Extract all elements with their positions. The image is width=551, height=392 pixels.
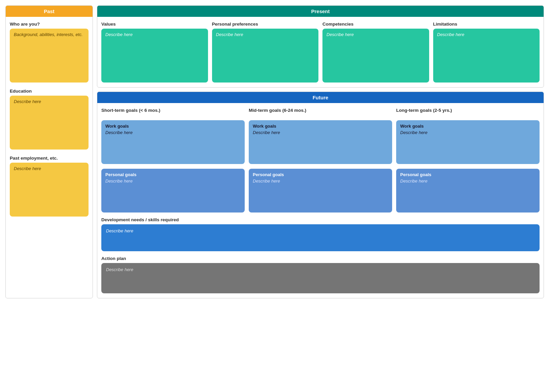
present-col-limitations-label: Limitations <box>433 22 540 27</box>
present-col-limitations: Limitations Describe here <box>433 22 540 83</box>
present-col-competencies: Competencies Describe here <box>322 22 429 83</box>
past-card-education[interactable]: Describe here <box>10 96 89 150</box>
present-section: Present Values Describe here Personal pr… <box>97 5 544 88</box>
work-card-mid[interactable]: Work goals Describe here <box>249 120 392 164</box>
past-section-who-label: Who are you? <box>10 22 89 27</box>
present-col-values: Values Describe here <box>101 22 208 83</box>
personal-card-short[interactable]: Personal goals Describe here <box>101 169 245 213</box>
past-body: Who are you? Background, abilities, inte… <box>6 17 93 221</box>
past-section-employment: Past employment, etc. Describe here <box>10 156 89 217</box>
personal-card-long[interactable]: Personal goals Describe here <box>396 169 540 213</box>
personal-card-long-title: Personal goals <box>400 172 536 177</box>
past-section-employment-label: Past employment, etc. <box>10 156 89 161</box>
past-section-education: Education Describe here <box>10 89 89 150</box>
past-card-employment[interactable]: Describe here <box>10 163 89 217</box>
present-card-limitations[interactable]: Describe here <box>433 29 540 83</box>
personal-card-short-title: Personal goals <box>105 172 241 177</box>
present-body: Values Describe here Personal preference… <box>97 17 544 87</box>
goals-col-long-label: Long-term goals (2-5 yrs.) <box>396 108 540 113</box>
personal-card-mid-desc: Describe here <box>253 178 388 184</box>
page-wrapper: Past Who are you? Background, abilities,… <box>5 5 544 298</box>
personal-card-mid[interactable]: Personal goals Describe here <box>249 169 392 213</box>
personal-goals-row: Personal goals Describe here Personal go… <box>101 169 540 213</box>
dev-needs-label: Development needs / skills required <box>101 217 540 222</box>
work-goals-row: Work goals Describe here Work goals Desc… <box>101 120 540 164</box>
personal-card-long-desc: Describe here <box>400 178 536 184</box>
dev-needs-section: Development needs / skills required Desc… <box>101 217 540 251</box>
past-section-who: Who are you? Background, abilities, inte… <box>10 22 89 83</box>
present-card-values[interactable]: Describe here <box>101 29 208 83</box>
future-body: Short-term goals (< 6 mos.) Mid-term goa… <box>97 103 544 298</box>
past-panel: Past Who are you? Background, abilities,… <box>5 5 93 298</box>
action-plan-section: Action plan Describe here <box>101 256 540 293</box>
present-col-competencies-label: Competencies <box>322 22 429 27</box>
future-section: Future Short-term goals (< 6 mos.) Mid-t… <box>97 92 544 298</box>
work-card-long[interactable]: Work goals Describe here <box>396 120 540 164</box>
present-card-preferences[interactable]: Describe here <box>212 29 319 83</box>
present-col-values-label: Values <box>101 22 208 27</box>
past-card-who[interactable]: Background, abilities, interests, etc. <box>10 29 89 83</box>
present-col-preferences: Personal preferences Describe here <box>212 22 319 83</box>
right-panel: Present Values Describe here Personal pr… <box>97 5 544 298</box>
past-header: Past <box>6 6 93 17</box>
action-plan-label: Action plan <box>101 256 540 261</box>
work-card-mid-title: Work goals <box>253 124 388 129</box>
future-header: Future <box>97 92 544 103</box>
work-card-short[interactable]: Work goals Describe here <box>101 120 245 164</box>
goals-col-mid-label: Mid-term goals (6-24 mos.) <box>249 108 392 113</box>
goals-col-short-label: Short-term goals (< 6 mos.) <box>101 108 245 113</box>
work-card-long-desc: Describe here <box>400 130 536 135</box>
past-section-education-label: Education <box>10 89 89 94</box>
dev-needs-card[interactable]: Describe here <box>101 224 540 251</box>
personal-card-mid-title: Personal goals <box>253 172 388 177</box>
work-card-mid-desc: Describe here <box>253 130 388 135</box>
work-card-short-desc: Describe here <box>105 130 241 135</box>
work-card-long-title: Work goals <box>400 124 536 129</box>
goals-column-labels: Short-term goals (< 6 mos.) Mid-term goa… <box>101 108 540 116</box>
present-card-competencies[interactable]: Describe here <box>322 29 429 83</box>
personal-card-short-desc: Describe here <box>105 178 241 184</box>
work-card-short-title: Work goals <box>105 124 241 129</box>
action-plan-card[interactable]: Describe here <box>101 263 540 293</box>
present-col-preferences-label: Personal preferences <box>212 22 319 27</box>
present-header: Present <box>97 6 544 17</box>
